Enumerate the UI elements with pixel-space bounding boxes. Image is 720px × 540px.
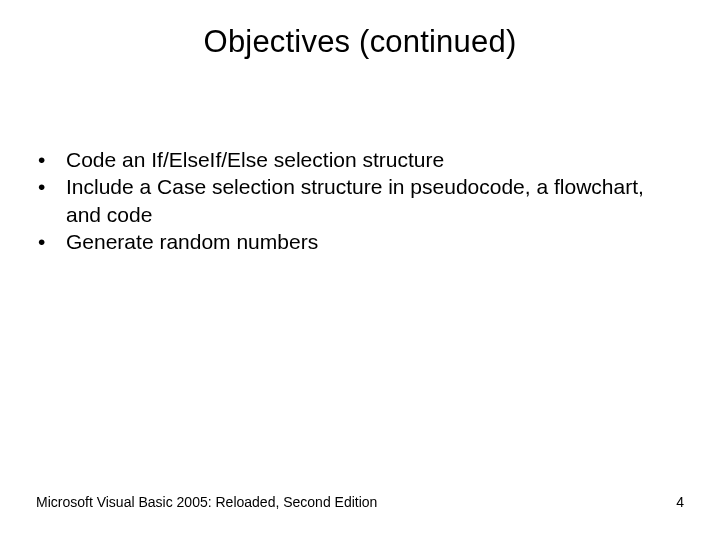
slide-title: Objectives (continued) xyxy=(0,24,720,60)
bullet-item: • Code an If/ElseIf/Else selection struc… xyxy=(36,146,684,173)
slide-body: • Code an If/ElseIf/Else selection struc… xyxy=(36,146,684,255)
bullet-marker: • xyxy=(36,173,66,200)
bullet-text: Generate random numbers xyxy=(66,228,684,255)
page-number: 4 xyxy=(676,494,684,510)
bullet-item: • Include a Case selection structure in … xyxy=(36,173,684,228)
bullet-marker: • xyxy=(36,228,66,255)
bullet-marker: • xyxy=(36,146,66,173)
slide: Objectives (continued) • Code an If/Else… xyxy=(0,0,720,540)
footer-source: Microsoft Visual Basic 2005: Reloaded, S… xyxy=(36,494,377,510)
bullet-item: • Generate random numbers xyxy=(36,228,684,255)
bullet-text: Code an If/ElseIf/Else selection structu… xyxy=(66,146,684,173)
bullet-text: Include a Case selection structure in ps… xyxy=(66,173,684,228)
